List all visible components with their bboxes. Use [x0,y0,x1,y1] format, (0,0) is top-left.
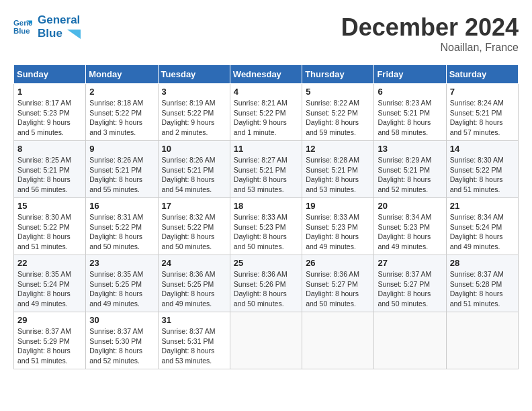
day-number: 11 [234,144,298,154]
calendar-cell: 12Sunrise: 8:28 AM Sunset: 5:21 PM Dayli… [302,141,374,198]
day-info: Sunrise: 8:26 AM Sunset: 5:21 PM Dayligh… [162,155,226,195]
calendar-cell: 28Sunrise: 8:37 AM Sunset: 5:28 PM Dayli… [446,255,518,312]
calendar-cell: 19Sunrise: 8:33 AM Sunset: 5:23 PM Dayli… [302,198,374,255]
day-number: 16 [89,201,154,211]
day-info: Sunrise: 8:27 AM Sunset: 5:21 PM Dayligh… [234,155,298,195]
day-number: 17 [162,201,226,211]
calendar-cell: 11Sunrise: 8:27 AM Sunset: 5:21 PM Dayli… [230,141,302,198]
day-info: Sunrise: 8:34 AM Sunset: 5:23 PM Dayligh… [378,212,442,252]
day-info: Sunrise: 8:26 AM Sunset: 5:21 PM Dayligh… [89,155,154,195]
day-info: Sunrise: 8:30 AM Sunset: 5:22 PM Dayligh… [17,212,82,252]
day-number: 19 [306,201,370,211]
day-number: 3 [162,87,226,97]
calendar-cell: 21Sunrise: 8:34 AM Sunset: 5:24 PM Dayli… [446,198,518,255]
calendar-cell [374,312,446,369]
day-info: Sunrise: 8:36 AM Sunset: 5:25 PM Dayligh… [162,269,226,309]
logo: General Blue General Blue [13,13,81,41]
calendar-cell: 2Sunrise: 8:18 AM Sunset: 5:22 PM Daylig… [86,84,158,141]
calendar-cell: 15Sunrise: 8:30 AM Sunset: 5:22 PM Dayli… [14,198,86,255]
day-number: 7 [450,87,515,97]
day-number: 1 [17,87,82,97]
calendar-cell: 22Sunrise: 8:35 AM Sunset: 5:24 PM Dayli… [14,255,86,312]
calendar-cell: 20Sunrise: 8:34 AM Sunset: 5:23 PM Dayli… [374,198,446,255]
logo-text-general: General [38,13,81,27]
calendar-cell: 3Sunrise: 8:19 AM Sunset: 5:22 PM Daylig… [158,84,230,141]
page-header: General Blue General Blue December 2024 … [13,13,519,54]
day-info: Sunrise: 8:35 AM Sunset: 5:25 PM Dayligh… [89,269,154,309]
day-info: Sunrise: 8:18 AM Sunset: 5:22 PM Dayligh… [89,98,154,138]
day-number: 14 [450,144,515,154]
day-number: 28 [450,258,515,268]
day-number: 23 [89,258,154,268]
day-info: Sunrise: 8:31 AM Sunset: 5:22 PM Dayligh… [89,212,154,252]
day-info: Sunrise: 8:29 AM Sunset: 5:21 PM Dayligh… [378,155,442,195]
day-number: 12 [306,144,370,154]
calendar-cell: 17Sunrise: 8:32 AM Sunset: 5:22 PM Dayli… [158,198,230,255]
day-info: Sunrise: 8:34 AM Sunset: 5:24 PM Dayligh… [450,212,515,252]
day-info: Sunrise: 8:23 AM Sunset: 5:21 PM Dayligh… [378,98,442,138]
calendar-cell: 14Sunrise: 8:30 AM Sunset: 5:22 PM Dayli… [446,141,518,198]
day-info: Sunrise: 8:22 AM Sunset: 5:22 PM Dayligh… [306,98,370,138]
weekday-header-sunday: Sunday [14,65,86,84]
day-info: Sunrise: 8:30 AM Sunset: 5:22 PM Dayligh… [450,155,515,195]
weekday-header-thursday: Thursday [302,65,374,84]
day-number: 15 [17,201,82,211]
calendar-week-row: 22Sunrise: 8:35 AM Sunset: 5:24 PM Dayli… [14,255,519,312]
calendar-week-row: 1Sunrise: 8:17 AM Sunset: 5:23 PM Daylig… [14,84,519,141]
day-number: 18 [234,201,298,211]
title-block: December 2024 Noaillan, France [341,13,519,54]
day-number: 4 [234,87,298,97]
day-number: 5 [306,87,370,97]
day-number: 6 [378,87,442,97]
calendar-cell: 9Sunrise: 8:26 AM Sunset: 5:21 PM Daylig… [86,141,158,198]
weekday-header-wednesday: Wednesday [230,65,302,84]
weekday-header-saturday: Saturday [446,65,518,84]
day-info: Sunrise: 8:32 AM Sunset: 5:22 PM Dayligh… [162,212,226,252]
weekday-header-friday: Friday [374,65,446,84]
day-info: Sunrise: 8:37 AM Sunset: 5:29 PM Dayligh… [17,326,82,366]
day-number: 8 [17,144,82,154]
calendar-cell: 16Sunrise: 8:31 AM Sunset: 5:22 PM Dayli… [86,198,158,255]
day-number: 31 [162,315,226,325]
calendar-cell [446,312,518,369]
calendar-week-row: 29Sunrise: 8:37 AM Sunset: 5:29 PM Dayli… [14,312,519,369]
calendar-cell: 4Sunrise: 8:21 AM Sunset: 5:22 PM Daylig… [230,84,302,141]
calendar-cell: 5Sunrise: 8:22 AM Sunset: 5:22 PM Daylig… [302,84,374,141]
calendar-cell [302,312,374,369]
day-info: Sunrise: 8:37 AM Sunset: 5:28 PM Dayligh… [450,269,515,309]
day-number: 9 [89,144,154,154]
calendar-cell: 8Sunrise: 8:25 AM Sunset: 5:21 PM Daylig… [14,141,86,198]
day-info: Sunrise: 8:37 AM Sunset: 5:27 PM Dayligh… [378,269,442,309]
calendar-cell: 23Sunrise: 8:35 AM Sunset: 5:25 PM Dayli… [86,255,158,312]
day-number: 27 [378,258,442,268]
day-number: 25 [234,258,298,268]
day-number: 29 [17,315,82,325]
weekday-header-monday: Monday [86,65,158,84]
calendar-cell: 1Sunrise: 8:17 AM Sunset: 5:23 PM Daylig… [14,84,86,141]
day-number: 2 [89,87,154,97]
calendar-cell: 26Sunrise: 8:36 AM Sunset: 5:27 PM Dayli… [302,255,374,312]
calendar-cell: 24Sunrise: 8:36 AM Sunset: 5:25 PM Dayli… [158,255,230,312]
day-info: Sunrise: 8:28 AM Sunset: 5:21 PM Dayligh… [306,155,370,195]
calendar-cell: 25Sunrise: 8:36 AM Sunset: 5:26 PM Dayli… [230,255,302,312]
calendar-cell: 30Sunrise: 8:37 AM Sunset: 5:30 PM Dayli… [86,312,158,369]
day-number: 21 [450,201,515,211]
calendar-cell [230,312,302,369]
day-number: 26 [306,258,370,268]
day-info: Sunrise: 8:33 AM Sunset: 5:23 PM Dayligh… [306,212,370,252]
day-info: Sunrise: 8:37 AM Sunset: 5:30 PM Dayligh… [89,326,154,366]
svg-marker-3 [67,30,81,39]
logo-text-blue: Blue [38,27,81,40]
calendar-cell: 31Sunrise: 8:37 AM Sunset: 5:31 PM Dayli… [158,312,230,369]
day-info: Sunrise: 8:19 AM Sunset: 5:22 PM Dayligh… [162,98,226,138]
day-info: Sunrise: 8:35 AM Sunset: 5:24 PM Dayligh… [17,269,82,309]
day-info: Sunrise: 8:36 AM Sunset: 5:26 PM Dayligh… [234,269,298,309]
day-number: 13 [378,144,442,154]
day-number: 20 [378,201,442,211]
day-info: Sunrise: 8:36 AM Sunset: 5:27 PM Dayligh… [306,269,370,309]
logo-icon: General Blue [13,17,32,36]
svg-text:Blue: Blue [13,27,30,35]
svg-text:General: General [13,19,32,28]
calendar-cell: 18Sunrise: 8:33 AM Sunset: 5:23 PM Dayli… [230,198,302,255]
day-info: Sunrise: 8:24 AM Sunset: 5:21 PM Dayligh… [450,98,515,138]
